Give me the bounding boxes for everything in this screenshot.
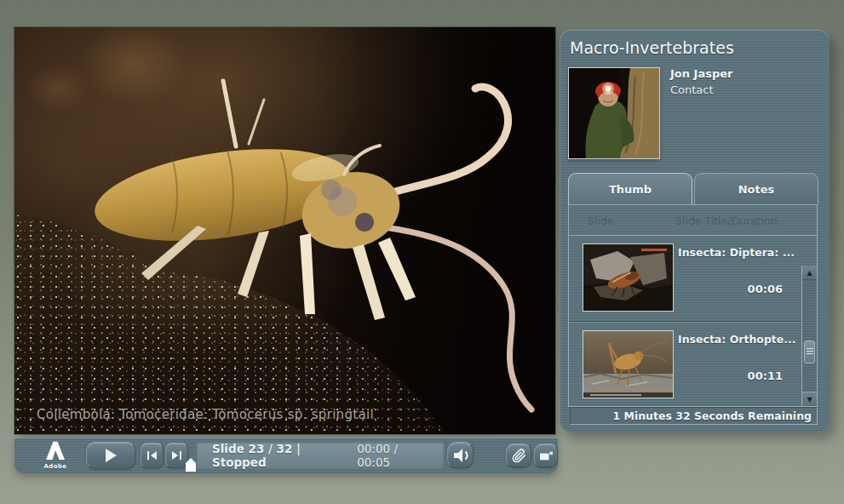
adobe-logo: Adobe xyxy=(39,441,72,470)
presentation-player: Collembola: Tomoceridae: Tomocerus sp. s… xyxy=(0,0,844,504)
presentation-title: Macro-Invertebrates xyxy=(570,38,734,57)
volume-button[interactable] xyxy=(447,442,474,468)
slide-duration: 00:06 xyxy=(748,283,783,295)
column-header-title-duration: Slide Title/Duration xyxy=(675,215,778,227)
time-display: 00:00 / 00:05 xyxy=(357,442,433,469)
play-icon xyxy=(105,449,118,462)
slide-caption: Collembola: Tomoceridae: Tomocerus sp. s… xyxy=(37,407,374,422)
scrollbar-thumb[interactable] xyxy=(804,341,815,364)
thumb-list-scrollbar[interactable]: ▲ ▼ xyxy=(801,266,817,406)
time-remaining-bar: 1 Minutes 32 Seconds Remaining xyxy=(570,407,818,425)
sidebar-toggle-button[interactable] xyxy=(534,444,558,467)
previous-icon xyxy=(146,450,158,461)
scroll-down-icon[interactable]: ▼ xyxy=(802,392,817,406)
thumb-list: Insecta: Diptera: ... 00:06 xyxy=(569,235,817,406)
next-slide-button[interactable] xyxy=(165,443,188,468)
presenter-photo xyxy=(568,67,660,159)
layout-toggle-icon xyxy=(538,450,554,461)
slide-title: Insecta: Diptera: ... xyxy=(678,246,795,259)
tab-notes[interactable]: Notes xyxy=(694,173,818,204)
slide-status-text: Slide 23 / 32 | Stopped xyxy=(212,442,357,469)
attachments-button[interactable] xyxy=(506,444,531,467)
thumb-list-headers: Slide Slide Title/Duration xyxy=(569,205,817,235)
slide-thumbnail-orthoptera xyxy=(583,330,674,398)
sidebar-tabs: Thumb Notes xyxy=(568,173,818,204)
slide-title: Insecta: Orthopte... xyxy=(678,333,796,346)
playbar: Adobe Slide 23 / 32 | Stopped xyxy=(14,438,558,473)
play-button[interactable] xyxy=(86,442,135,469)
scrollbar-grip xyxy=(807,348,813,356)
thumb-tab-content: Slide Slide Title/Duration xyxy=(568,204,818,407)
tab-thumb[interactable]: Thumb xyxy=(568,173,692,204)
playback-status-display: Slide 23 / 32 | Stopped 00:00 / 00:05 xyxy=(197,442,444,468)
next-icon xyxy=(171,450,182,461)
volume-icon xyxy=(451,446,470,465)
slide-row-diptera[interactable]: Insecta: Diptera: ... 00:06 xyxy=(569,236,801,322)
sidebar-panel: Macro-Invertebrates Jon Jasper Contact T… xyxy=(560,30,830,432)
scroll-up-icon[interactable]: ▲ xyxy=(802,266,817,280)
paperclip-icon xyxy=(512,449,526,463)
adobe-a-icon xyxy=(43,441,67,460)
adobe-wordmark: Adobe xyxy=(39,463,72,470)
springtail-illustration xyxy=(44,66,538,423)
slide-row-orthoptera[interactable]: Insecta: Orthopte... 00:11 xyxy=(569,322,801,408)
column-header-slide: Slide xyxy=(588,215,614,227)
presenter-name: Jon Jasper xyxy=(670,67,732,80)
slide-duration: 00:11 xyxy=(748,369,783,382)
presenter-contact-link[interactable]: Contact xyxy=(670,83,714,96)
slide-canvas: Collembola: Tomoceridae: Tomocerus sp. s… xyxy=(14,27,555,434)
previous-slide-button[interactable] xyxy=(141,443,164,468)
slide-nav-buttons xyxy=(141,443,188,468)
slide-thumbnail-diptera xyxy=(583,243,674,312)
time-remaining-text: 1 Minutes 32 Seconds Remaining xyxy=(612,410,812,422)
